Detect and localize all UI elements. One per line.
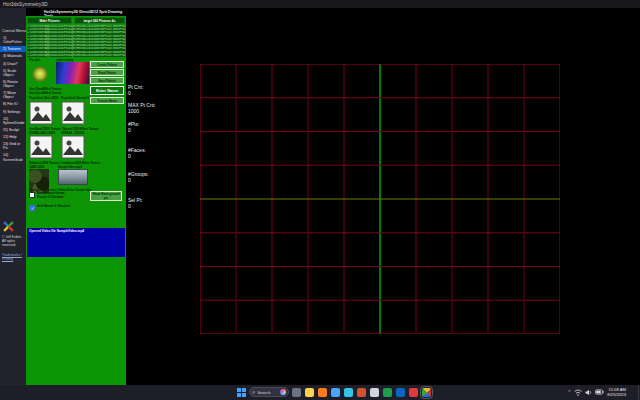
linkedin-icon[interactable] [396,388,405,397]
search-label: Search [257,390,278,395]
battery-icon[interactable] [595,389,604,395]
video-status-box: Opened Video file SampleVideo.mp4 [27,228,125,257]
drawing-grid [200,64,560,334]
background-checkbox-row: Background shows Picture if Checked [29,192,71,199]
hot3ds-app-icon[interactable] [422,388,431,397]
taskbar-clock[interactable]: 11:08 AM 8/25/2023 [607,387,626,398]
stat-sel-pt: Sel Pt:0 [128,197,143,210]
excel-icon[interactable] [383,388,392,397]
read-palette-button[interactable]: Read Palette [90,69,124,76]
create-palette-button[interactable]: Create Palette [90,61,124,68]
sidebar-item-settings[interactable]: 9) Settings [0,109,26,115]
textures-panel: Make Pictures target GDI Pictures &c C:\… [26,16,126,385]
irradiance-texture-placeholder[interactable] [61,135,85,159]
folder-icon[interactable] [331,388,340,397]
sidebar: Control Menu 1) ColorPicker 2) Textures … [0,8,26,385]
psys-normal-label: Psys.Gen2_Normal 2 [61,96,89,100]
psys-burn-label: Psys.Gen2_Burn.DDS [29,96,58,100]
store-icon[interactable] [370,388,379,397]
pin-icon[interactable] [409,388,418,397]
noise-texture-thumbnail[interactable] [29,63,51,85]
video-thumbnail[interactable] [58,169,88,185]
stat-max-pt-cnt: MAX Pt Cnt:1000 [128,102,156,115]
window-title: Hot3dsSymmetry3D [3,1,48,7]
sidebar-item-colorpicker[interactable]: 1) ColorPicker [0,35,26,45]
taskbar-apps [292,388,431,397]
copilot-icon[interactable] [280,389,286,395]
powerpoint-icon[interactable] [357,388,366,397]
taskbar: ⌕ Search ⌃ 11:08 AM [0,385,640,400]
sidebar-item-file-io[interactable]: 8) File IO [0,101,26,107]
list-item[interactable]: C:\Users\user\AppData\Local\Packages\Hot… [27,54,125,57]
texture-name-input[interactable]: Enter Name [90,86,124,95]
sidebar-item-spheredivide[interactable]: 10) SphereDivide [0,116,26,126]
taskbar-search[interactable]: ⌕ Search [249,387,289,397]
control-menu-heading: Control Menu [2,28,26,33]
background-checkbox-label: Background shows Picture if Checked [37,192,71,199]
search-icon: ⌕ [252,387,255,397]
stat-groups: #Groups:0 [128,171,149,184]
pic-dds-label: Pic.dds [29,58,40,62]
texture-file-list[interactable]: C:\Users\user\AppData\Local\Packages\Hot… [27,25,125,57]
screen: Hot3dsSymmetry3D Hot3dsSymmetry3D Direct… [0,0,640,400]
tab-make-pictures[interactable]: Make Pictures [27,17,72,24]
texture-name-button[interactable]: Texture Name [90,97,124,104]
volume-icon[interactable] [585,389,592,396]
sidebar-item-help[interactable]: 12) Help [0,134,26,140]
chevron-up-icon[interactable]: ⌃ [567,389,571,395]
edge-icon[interactable] [344,388,353,397]
sidebar-menu: 1) ColorPicker 2) Textures 3) Materials … [0,35,26,164]
burn-texture-placeholder[interactable] [29,101,53,125]
sidebar-item-draw[interactable]: 4) Draw? [0,61,26,67]
sidebar-item-scale-object[interactable]: 5) Scale Object [0,68,26,78]
grid-checkbox-label: Grid Shows if Checked [37,205,71,209]
copyright-text: © Jeff Kubitz All rights reserved. [2,235,24,247]
system-tray: ⌃ 11:08 AM 8/25/2023 [567,387,626,398]
sidebar-item-move-object[interactable]: 7) Move Object [0,90,26,100]
grid-checkbox-row: Grid Shows if Checked [29,205,71,211]
stat-faces: #Faces:0 [128,147,146,160]
stat-pt-cnt: Pt Cnt:0 [128,84,143,97]
radiance-texture-placeholder[interactable] [29,135,53,159]
cloud-effect-label-right: Gen.CloudEffect Texture [29,91,62,95]
clock-date: 8/25/2023 [607,392,626,397]
sidebar-item-materials[interactable]: 3) Materials [0,53,26,59]
trademarks-privacy-link[interactable]: Trademarks / Privacy [2,253,24,261]
sidebar-item-sculpt[interactable]: 11) Sculpt [0,127,26,133]
sphere-texture-thumbnail[interactable] [56,62,89,84]
save-palette-button[interactable]: Save Palette [90,77,124,84]
sidebar-item-textures[interactable]: 2) Textures [0,46,26,52]
tab-target-gdi-pictures[interactable]: target GDI Pictures &c [74,17,125,24]
firefox-icon[interactable] [318,388,327,397]
viewport-canvas[interactable]: Pt Cnt:0 MAX Pt Cnt:1000 #Pts:0 #Faces:0… [126,8,640,385]
background-checkbox[interactable] [29,192,35,198]
file-explorer-icon[interactable] [305,388,314,397]
video-status-text: Opened Video file SampleVideo.mp4 [27,228,125,234]
stat-pts: #Pts:0 [128,121,139,134]
start-button-icon[interactable] [236,387,246,397]
normal-texture-placeholder[interactable] [61,101,85,125]
sidebar-item-rotate-object[interactable]: 6) Rotate Object [0,79,26,89]
window-titlebar[interactable]: Hot3dsSymmetry3D [0,0,640,8]
wifi-icon[interactable] [574,389,582,396]
device-icon[interactable] [292,388,301,397]
sidebar-item-grid-or-pic[interactable]: 13) Grid or Pic [0,141,26,151]
grid-checkbox[interactable] [29,205,35,211]
show-background-button[interactable]: Show Back ground pic [90,191,122,201]
sidebar-item-screengrab[interactable]: 14) ScreenGrab [0,152,26,162]
footer-logo-icon [3,221,14,232]
